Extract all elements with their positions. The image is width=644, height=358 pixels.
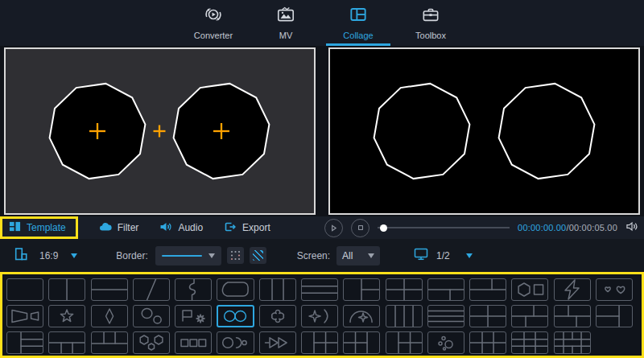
template-cell[interactable]: [48, 331, 85, 354]
monitor-icon: [414, 248, 428, 263]
template-cell[interactable]: [469, 331, 506, 354]
collage-icon: [348, 4, 369, 28]
template-cell[interactable]: [301, 305, 338, 327]
stop-button[interactable]: [351, 219, 369, 237]
template-cell[interactable]: [91, 278, 128, 301]
sub-toolbar-strip: Template Filter Audio: [0, 216, 644, 239]
stripes-fill-button[interactable]: [250, 247, 266, 264]
template-row: [6, 278, 638, 301]
tab-toolbox[interactable]: Toolbox: [405, 4, 456, 46]
template-row: [6, 305, 638, 327]
tab-label-filter: Filter: [118, 222, 139, 233]
template-cell[interactable]: [48, 305, 85, 327]
aspect-ratio-value[interactable]: 16:9: [39, 250, 58, 261]
tab-collage[interactable]: Collage: [332, 4, 384, 46]
template-cell[interactable]: [554, 331, 591, 354]
template-cell[interactable]: [259, 331, 296, 354]
tab-audio[interactable]: Audio: [159, 220, 203, 236]
diagonal-stripes-icon: [253, 250, 263, 261]
template-cell[interactable]: [554, 305, 591, 327]
template-cell[interactable]: [596, 278, 633, 301]
tab-label-converter: Converter: [194, 31, 233, 40]
preview-slot-1: [374, 84, 470, 179]
template-cell[interactable]: [175, 331, 212, 354]
audio-speaker-icon: [159, 220, 172, 236]
template-cell[interactable]: [6, 305, 43, 327]
template-cell[interactable]: [343, 331, 380, 354]
dotted-border-button[interactable]: [227, 247, 244, 264]
template-cell[interactable]: [175, 278, 212, 301]
template-cell[interactable]: [511, 278, 548, 301]
template-cell[interactable]: [386, 278, 423, 301]
tab-filter[interactable]: Filter: [99, 220, 139, 236]
template-cell[interactable]: [259, 305, 296, 327]
aspect-ratio-icon: [14, 248, 28, 263]
template-cell[interactable]: [133, 278, 170, 301]
template-cell-selected[interactable]: [217, 305, 254, 327]
template-cell[interactable]: [511, 331, 548, 354]
progress-handle[interactable]: [380, 224, 387, 232]
template-cell[interactable]: [133, 305, 170, 327]
template-cell[interactable]: [343, 278, 380, 301]
current-time: 00:00:00.00: [518, 223, 566, 232]
template-cell[interactable]: [469, 278, 506, 301]
screen-label: Screen:: [297, 250, 330, 261]
tab-converter[interactable]: Converter: [188, 4, 239, 46]
workspace: [0, 46, 644, 216]
time-display: 00:00:00.00/00:00:05.00: [518, 223, 617, 232]
template-cell[interactable]: [6, 331, 43, 354]
template-cell[interactable]: [217, 331, 254, 354]
tab-label-toolbox: Toolbox: [415, 31, 446, 40]
tab-template[interactable]: Template: [0, 216, 78, 239]
template-cell[interactable]: [301, 278, 338, 301]
template-cell[interactable]: [91, 305, 128, 327]
template-cell[interactable]: [427, 278, 464, 301]
top-navigation: Converter MV Collage: [0, 0, 644, 46]
tab-label-audio: Audio: [178, 222, 203, 233]
template-cell[interactable]: [301, 331, 338, 354]
screen-select-value: All: [342, 250, 353, 261]
screen-select[interactable]: All: [336, 246, 380, 265]
template-cell[interactable]: [427, 331, 464, 354]
tab-label-mv: MV: [279, 31, 293, 40]
page-caret-icon[interactable]: [466, 253, 473, 258]
template-cell[interactable]: [596, 305, 633, 327]
tab-label-template: Template: [27, 222, 66, 233]
template-cell[interactable]: [259, 278, 296, 301]
progress-slider[interactable]: [378, 227, 510, 228]
tab-mv[interactable]: MV: [260, 4, 312, 46]
preview-slot-2: [499, 84, 595, 179]
border-style-dropdown[interactable]: [155, 246, 221, 265]
converter-icon: [203, 4, 224, 28]
template-cell[interactable]: [386, 305, 423, 327]
template-cell[interactable]: [133, 331, 170, 354]
template-row: [6, 331, 638, 354]
aspect-ratio-caret-icon[interactable]: [71, 253, 77, 258]
page-indicator: 1/2: [436, 250, 450, 261]
speaker-icon[interactable]: [625, 220, 639, 236]
template-cell[interactable]: [469, 305, 506, 327]
template-cell[interactable]: [175, 305, 212, 327]
tab-label-collage: Collage: [343, 31, 373, 40]
filter-cloud-icon: [99, 220, 112, 236]
play-button[interactable]: [324, 219, 343, 237]
template-cell[interactable]: [343, 305, 380, 327]
template-cell[interactable]: [386, 331, 423, 354]
edit-canvas[interactable]: [4, 47, 316, 215]
collage-toolbar: 16:9 Border: Screen: All 1/2: [0, 239, 644, 272]
template-cell[interactable]: [48, 278, 85, 301]
template-icon: [9, 220, 21, 235]
border-label: Border:: [116, 250, 147, 261]
template-cell[interactable]: [217, 278, 254, 301]
toolbox-icon: [420, 4, 441, 28]
template-cell[interactable]: [6, 278, 43, 301]
tab-export[interactable]: Export: [224, 220, 270, 236]
preview-screen: [328, 47, 640, 215]
editor-tabs: Template Filter Audio: [0, 216, 318, 239]
template-cell[interactable]: [554, 278, 591, 301]
template-cell[interactable]: [511, 305, 548, 327]
template-cell[interactable]: [91, 331, 128, 354]
screen-caret-icon: [368, 253, 374, 258]
border-caret-icon: [208, 253, 215, 258]
template-cell[interactable]: [427, 305, 464, 327]
